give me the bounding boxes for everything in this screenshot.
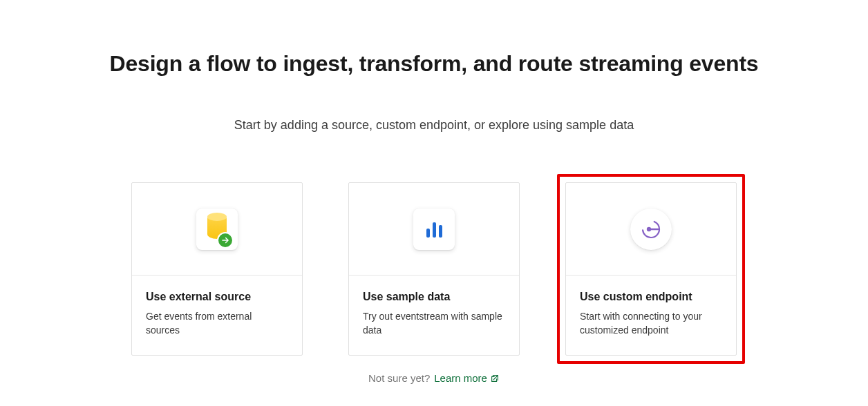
card-description: Start with connecting to your customized… bbox=[580, 310, 722, 337]
card-use-custom-endpoint[interactable]: Use custom endpoint Start with connectin… bbox=[565, 182, 737, 356]
card-icon-area bbox=[566, 183, 736, 276]
card-use-sample-data[interactable]: Use sample data Try out eventstream with… bbox=[348, 182, 520, 356]
learn-more-link[interactable]: Learn more bbox=[434, 372, 500, 384]
onboarding-panel: Design a flow to ingest, transform, and … bbox=[0, 0, 868, 384]
card-wrapper: Use custom endpoint Start with connectin… bbox=[557, 174, 745, 364]
card-icon-area bbox=[132, 183, 302, 276]
footer-prompt: Not sure yet? bbox=[368, 372, 430, 384]
option-cards-row: Use external source Get events from exte… bbox=[123, 174, 745, 364]
card-description: Get events from external sources bbox=[146, 310, 288, 337]
card-use-external-source[interactable]: Use external source Get events from exte… bbox=[131, 182, 303, 356]
card-title: Use sample data bbox=[363, 291, 505, 303]
card-title: Use external source bbox=[146, 291, 288, 303]
endpoint-icon bbox=[630, 209, 672, 250]
page-subtitle: Start by adding a source, custom endpoin… bbox=[234, 118, 634, 133]
external-link-icon bbox=[490, 374, 500, 383]
learn-more-label: Learn more bbox=[434, 372, 487, 384]
database-source-icon bbox=[196, 209, 238, 250]
card-wrapper: Use sample data Try out eventstream with… bbox=[340, 174, 528, 364]
page-title: Design a flow to ingest, transform, and … bbox=[110, 51, 759, 77]
card-wrapper: Use external source Get events from exte… bbox=[123, 174, 311, 364]
card-description: Try out eventstream with sample data bbox=[363, 310, 505, 337]
footer-helper: Not sure yet? Learn more bbox=[368, 372, 500, 384]
bar-chart-icon bbox=[413, 209, 455, 250]
card-icon-area bbox=[349, 183, 519, 276]
card-title: Use custom endpoint bbox=[580, 291, 722, 303]
